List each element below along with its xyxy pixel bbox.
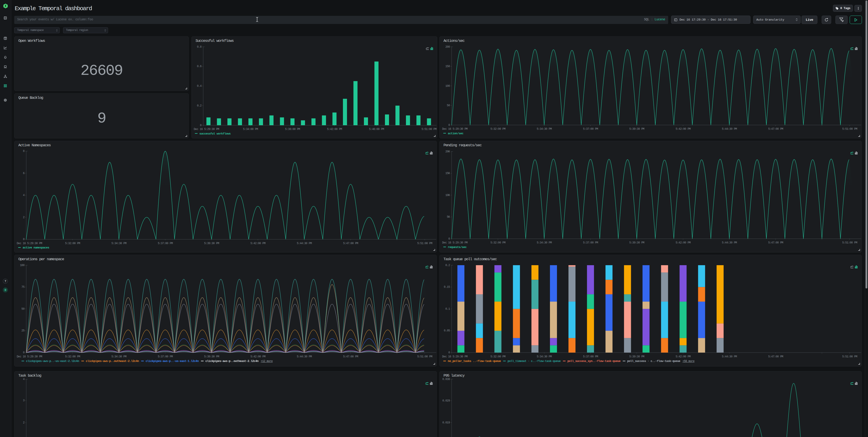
svg-text:5:38:00 PM: 5:38:00 PM (285, 128, 300, 131)
svg-text:5:32:00 PM: 5:32:00 PM (491, 355, 505, 358)
svg-text:5:32:00 PM: 5:32:00 PM (65, 242, 80, 245)
svg-text:4: 4 (23, 194, 24, 197)
svg-text:5:51:00 PM: 5:51:00 PM (842, 127, 857, 131)
svg-text:+56 more: +56 more (682, 360, 694, 363)
svg-text:150: 150 (445, 65, 450, 68)
svg-text:poll_success · c..-flow-task-q: poll_success · c..-flow-task-queue (627, 360, 680, 363)
svg-text:?: ? (4, 280, 6, 283)
svg-text:2: 2 (23, 216, 24, 219)
svg-text:5:44:30 PM: 5:44:30 PM (297, 242, 312, 245)
svg-text:50: 50 (447, 104, 450, 107)
svg-text:Dec 16 5:29:30 PM: Dec 16 5:29:30 PM (442, 355, 468, 358)
svg-text:5:47:00 PM: 5:47:00 PM (343, 355, 358, 358)
svg-text:0: 0 (448, 124, 450, 127)
svg-text:75: 75 (22, 285, 25, 289)
svg-text:active namespaces: active namespaces (23, 246, 49, 249)
svg-text:5:42:00 PM: 5:42:00 PM (250, 355, 266, 358)
svg-text:100: 100 (445, 85, 450, 88)
svg-text:0: 0 (23, 238, 24, 241)
svg-text:5:34:30 PM: 5:34:30 PM (537, 355, 552, 358)
svg-text:successful workflows: successful workflows (199, 132, 230, 135)
svg-text:clickpipes-aws-p..-us-east-1.l: clickpipes-aws-p..-us-east-1.l2c4n (146, 360, 199, 363)
svg-text:requests/sec: requests/sec (448, 246, 467, 249)
svg-text:2: 2 (23, 421, 24, 424)
svg-text:25: 25 (22, 329, 25, 332)
svg-text:6: 6 (23, 172, 24, 175)
svg-text:0.019: 0.019 (442, 421, 450, 424)
svg-text:5:51:00 PM: 5:51:00 PM (422, 128, 436, 131)
svg-text:5:47:00 PM: 5:47:00 PM (343, 242, 358, 245)
svg-text:0.1: 0.1 (445, 308, 450, 311)
svg-text:clickpipes-aws-p..outheast-2.l: clickpipes-aws-p..outheast-2.l2c4n (86, 360, 139, 363)
svg-text:5:34:30 PM: 5:34:30 PM (112, 242, 126, 245)
svg-text:0.2: 0.2 (197, 104, 202, 107)
svg-text:5:47:00 PM: 5:47:00 PM (768, 241, 783, 244)
svg-text:5:34:30 PM: 5:34:30 PM (537, 241, 552, 244)
svg-text:5:46:00 PM: 5:46:00 PM (369, 128, 384, 131)
svg-text:0.4: 0.4 (197, 85, 202, 88)
svg-text:0: 0 (448, 351, 450, 354)
svg-text:0.6: 0.6 (197, 65, 202, 68)
svg-text:5:44:30 PM: 5:44:30 PM (297, 355, 312, 358)
svg-text:0.029: 0.029 (442, 399, 450, 402)
svg-text:5:42:00 PM: 5:42:00 PM (250, 242, 266, 245)
svg-text:5:39:30 PM: 5:39:30 PM (204, 242, 219, 245)
svg-text:5:34:30 PM: 5:34:30 PM (537, 127, 552, 131)
svg-text:15K: 15K (445, 172, 450, 175)
svg-text:clickpipes-aws-p..-us-east-2.l: clickpipes-aws-p..-us-east-2.l2c4n (26, 360, 79, 363)
svg-text:5:42:00 PM: 5:42:00 PM (676, 127, 690, 131)
svg-text:5:34:30 PM: 5:34:30 PM (112, 355, 126, 358)
svg-text:5:39:30 PM: 5:39:30 PM (629, 241, 644, 244)
svg-text:5:42:00 PM: 5:42:00 PM (676, 241, 690, 244)
svg-text:5:39:30 PM: 5:39:30 PM (629, 355, 644, 358)
svg-text:0.038: 0.038 (442, 378, 450, 381)
svg-text:3: 3 (23, 399, 24, 402)
svg-text:5:39:30 PM: 5:39:30 PM (204, 355, 219, 358)
svg-text:5:42:00 PM: 5:42:00 PM (676, 355, 690, 358)
svg-text:0: 0 (448, 238, 450, 241)
svg-text:0.15: 0.15 (444, 285, 450, 289)
svg-text:8: 8 (23, 150, 24, 153)
svg-text:10K: 10K (445, 194, 450, 197)
svg-text:5:32:00 PM: 5:32:00 PM (65, 355, 80, 358)
svg-text:0: 0 (23, 351, 24, 354)
svg-text:5:34:00 PM: 5:34:00 PM (243, 128, 258, 131)
svg-text:5:39:30 PM: 5:39:30 PM (629, 127, 644, 131)
svg-text:5:37:00 PM: 5:37:00 PM (583, 355, 598, 358)
svg-text:5:51:00 PM: 5:51:00 PM (842, 355, 857, 358)
svg-text:5:51:00 PM: 5:51:00 PM (417, 242, 432, 245)
svg-text:20K: 20K (445, 150, 450, 153)
svg-text:action/sec: action/sec (448, 132, 463, 135)
svg-text:poll_success_syn..-flow-task-q: poll_success_syn..-flow-task-queue (567, 360, 620, 363)
svg-text:5:37:00 PM: 5:37:00 PM (583, 127, 598, 131)
svg-text:100: 100 (20, 264, 24, 267)
svg-text:200: 200 (445, 45, 450, 49)
svg-text:Dec 16 5:29:30 PM: Dec 16 5:29:30 PM (17, 242, 42, 245)
svg-text:0.2: 0.2 (445, 264, 450, 267)
svg-text:5:44:30 PM: 5:44:30 PM (722, 355, 737, 358)
svg-text:no_poller_tasks ..-flow-task-q: no_poller_tasks ..-flow-task-queue (448, 360, 501, 363)
svg-text:+12 more: +12 more (260, 360, 273, 363)
svg-text:0.05: 0.05 (444, 329, 450, 332)
svg-text:5:37:00 PM: 5:37:00 PM (158, 355, 173, 358)
svg-text:Dec 16 5:29:30 PM: Dec 16 5:29:30 PM (194, 128, 219, 131)
svg-text:Dec 16 5:29:30 PM: Dec 16 5:29:30 PM (17, 355, 42, 358)
svg-text:50: 50 (22, 308, 25, 311)
svg-text:poll_timeout · c..-flow-task-q: poll_timeout · c..-flow-task-queue (508, 360, 561, 363)
svg-text:5:51:00 PM: 5:51:00 PM (417, 355, 432, 358)
svg-text:5:37:00 PM: 5:37:00 PM (158, 242, 173, 245)
svg-text:5:44:30 PM: 5:44:30 PM (722, 241, 737, 244)
svg-text:5:47:00 PM: 5:47:00 PM (768, 127, 783, 131)
svg-text:5:42:00 PM: 5:42:00 PM (327, 128, 342, 131)
svg-text:5K: 5K (447, 215, 450, 219)
svg-text:5:51:00 PM: 5:51:00 PM (842, 241, 857, 244)
svg-text:4: 4 (23, 378, 24, 381)
svg-text:Dec 16 5:29:30 PM: Dec 16 5:29:30 PM (442, 127, 468, 131)
svg-text:5:37:00 PM: 5:37:00 PM (583, 241, 598, 244)
svg-text:clickpipes-aws-p..outheast-2.l: clickpipes-aws-p..outheast-2.l2c4n (206, 360, 258, 363)
svg-text:0: 0 (200, 124, 202, 127)
svg-text:5:44:30 PM: 5:44:30 PM (722, 127, 737, 131)
svg-text:5:47:00 PM: 5:47:00 PM (768, 355, 783, 358)
svg-text:5:32:00 PM: 5:32:00 PM (491, 127, 505, 131)
svg-text:0.8: 0.8 (197, 45, 202, 49)
